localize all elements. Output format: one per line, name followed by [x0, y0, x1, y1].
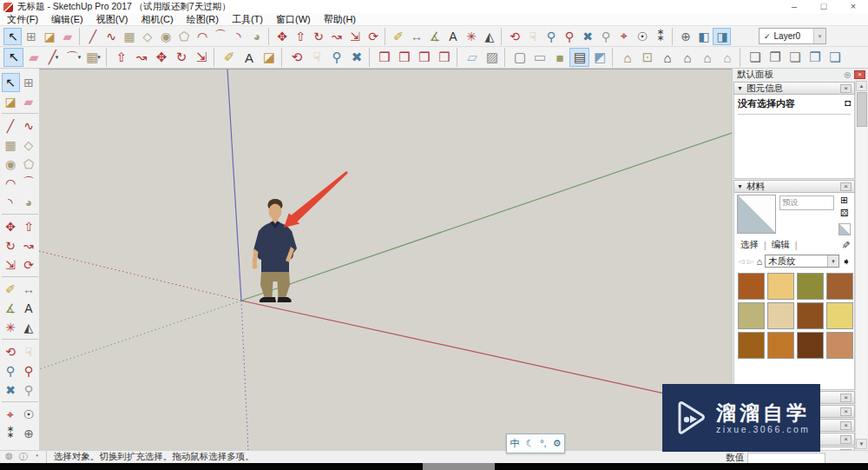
3d-text-tool[interactable]: ◭ [20, 318, 38, 337]
follow-me-tool[interactable]: ↝ [327, 28, 345, 45]
pin-icon[interactable]: ◎ [844, 70, 851, 79]
rectangle-tool[interactable]: ▦ [2, 136, 20, 155]
circle-tool[interactable]: ◉ [2, 155, 20, 174]
front-view-button[interactable]: ⌂ [657, 48, 677, 67]
styles-close-button[interactable]: × [840, 407, 852, 416]
scrollbar-thumb[interactable] [857, 92, 867, 127]
components-close-button[interactable]: × [840, 394, 852, 402]
back-view-button[interactable]: ⌂ [697, 48, 717, 67]
polygon-tool[interactable]: ⬠ [20, 155, 38, 174]
rectangle-tool[interactable]: ▦▾ [83, 48, 103, 67]
three-point-arc-tool[interactable]: ◝ [2, 193, 20, 212]
shaded-style-button[interactable]: ■ [549, 48, 569, 67]
material-category-select[interactable]: 木质纹 ▾ [765, 255, 839, 268]
select-tool[interactable]: ↖ [3, 28, 22, 45]
rotated-rectangle-tool[interactable]: ◇ [138, 28, 156, 45]
collapse-icon[interactable]: ▼ [737, 183, 743, 189]
three-point-arc-tool[interactable]: ◝ [229, 28, 247, 45]
secondary-material-thumb[interactable] [838, 223, 851, 235]
section-plane-tool[interactable]: ⊕ [676, 28, 694, 45]
pan-tool[interactable]: ☟ [20, 342, 38, 361]
scale-tool[interactable]: ⇲ [191, 48, 211, 67]
rotate-tool[interactable]: ↻ [171, 48, 191, 67]
tape-measure-tool[interactable]: ✐ [2, 280, 20, 299]
collapse-icon[interactable]: ▼ [737, 85, 743, 91]
look-around-tool[interactable]: ☉ [20, 405, 38, 424]
zoom-extents-tool[interactable]: ✖ [346, 48, 366, 67]
material-name-input[interactable]: 预设 [779, 195, 834, 210]
outer-shell-tool[interactable]: ❏ [745, 48, 765, 67]
create-material-icon[interactable]: ⊞ [840, 195, 848, 206]
walk-tool[interactable]: ⁑ [651, 28, 669, 45]
look-around-tool[interactable]: ☉ [633, 28, 651, 45]
eraser-tool[interactable]: ▰ [20, 92, 38, 111]
two-point-arc-tool[interactable]: ⌒ [211, 28, 229, 45]
make-component-tool[interactable]: ⊞ [20, 73, 38, 92]
material-swatch[interactable] [826, 332, 853, 359]
help-icon[interactable]: ◔ [34, 451, 39, 463]
follow-me-tool[interactable]: ↝ [20, 236, 38, 255]
zoom-extents-tool[interactable]: ✖ [578, 28, 596, 45]
select-tool[interactable]: ↖ [2, 73, 20, 92]
move-tool[interactable]: ✥ [273, 28, 291, 45]
layer-select[interactable]: ✓ Layer0 ▾ [759, 28, 826, 44]
previous-view-tool[interactable]: ⚲ [596, 28, 615, 45]
iso-view-button[interactable]: ⌂ [617, 48, 637, 67]
tape-measure-tool[interactable]: ✐ [389, 28, 407, 45]
tab-select[interactable]: 选择 [739, 239, 760, 251]
freehand-tool[interactable]: ∿ [20, 116, 38, 136]
text-tool[interactable]: A [444, 28, 462, 45]
materials-close-button[interactable]: × [840, 182, 852, 191]
xray-style-button[interactable]: ▱ [462, 48, 482, 67]
material-swatch[interactable] [767, 332, 794, 359]
line-tool[interactable]: ╱ [2, 116, 20, 136]
tray-scrollbar[interactable]: ▲ ▼ [855, 81, 867, 449]
section-close-button[interactable]: × [840, 435, 852, 444]
orbit-tool[interactable]: ⟲ [2, 342, 20, 361]
tab-edit[interactable]: 编辑 [770, 239, 792, 251]
3d-text-tool[interactable]: ◭ [480, 28, 498, 45]
back-icon[interactable]: ◅ [738, 256, 745, 266]
details-toggle-icon[interactable]: ◘ [845, 97, 851, 108]
zoom-window-tool[interactable]: ⚲ [560, 28, 578, 45]
chevron-down-icon[interactable]: ▾ [813, 29, 825, 43]
material-swatch[interactable] [826, 302, 853, 329]
material-swatch[interactable] [738, 302, 765, 329]
rotated-rectangle-tool[interactable]: ◇ [20, 136, 38, 155]
push-pull-tool[interactable]: ⇧ [111, 48, 131, 67]
text-tool[interactable]: A [20, 299, 38, 318]
ime-punctuation-icon[interactable]: °, [540, 439, 546, 448]
eyedropper-icon[interactable]: ✎ [839, 241, 852, 249]
pan-tool[interactable]: ☟ [306, 48, 326, 67]
menu-draw[interactable]: 绘图(R) [187, 13, 219, 26]
offset-tool[interactable]: ⟳ [364, 28, 382, 45]
material-swatch[interactable] [767, 273, 794, 300]
top-view-button[interactable]: ⊡ [637, 48, 657, 67]
move-tool[interactable]: ✥ [2, 217, 20, 236]
two-point-arc-tool[interactable]: ⌒ [20, 174, 38, 193]
offset-tool[interactable]: ⟳ [20, 255, 38, 275]
protractor-tool[interactable]: ∡ [2, 299, 20, 318]
rotate-tool[interactable]: ↻ [309, 28, 327, 45]
wireframe-style-button[interactable]: ▢ [510, 48, 529, 67]
previous-view-tool[interactable]: ⚲ [20, 381, 38, 400]
make-component-tool[interactable]: ⊞ [22, 28, 40, 45]
material-swatch[interactable] [738, 332, 765, 359]
menu-camera[interactable]: 相机(C) [141, 13, 173, 26]
position-camera-tool[interactable]: ⌖ [2, 405, 20, 424]
menu-help[interactable]: 帮助(H) [324, 13, 356, 26]
viewport-canvas[interactable]: 中 ☾ °, ⚙ [39, 69, 732, 450]
get-models-button[interactable]: ❒ [414, 48, 434, 67]
menu-view[interactable]: 视图(V) [96, 13, 128, 26]
materials-header[interactable]: ▼ 材料 × [733, 180, 855, 193]
pie-tool[interactable]: ◕ [20, 193, 38, 212]
select-tool[interactable]: ↖ [3, 48, 23, 67]
paint-bucket-tool[interactable]: ◪ [259, 48, 279, 67]
subtract-tool[interactable]: ❐ [805, 48, 825, 67]
orbit-tool[interactable]: ⟲ [286, 48, 306, 67]
share-model-button[interactable]: ❒ [434, 48, 454, 67]
geolocation-icon[interactable]: ◍ [5, 451, 13, 463]
section-fill-toggle[interactable]: ◧ [694, 28, 713, 45]
section-display-toggle[interactable]: ◨ [713, 28, 731, 45]
polygon-tool[interactable]: ⬠ [174, 28, 193, 45]
